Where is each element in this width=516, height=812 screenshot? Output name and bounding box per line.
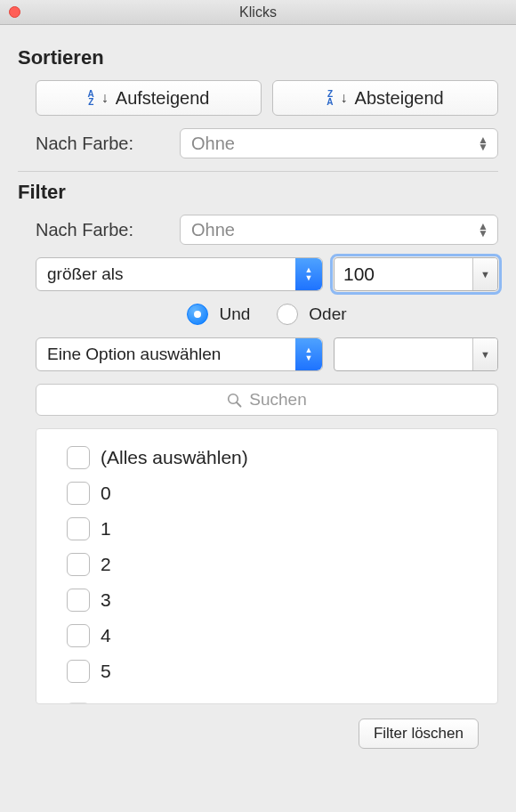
filter-heading: Filter: [18, 181, 498, 204]
chevron-down-icon[interactable]: ▼: [472, 258, 497, 290]
sort-za-icon: ZA: [327, 90, 333, 106]
filter-by-color-select[interactable]: Ohne ▲▼: [180, 215, 498, 245]
sort-by-color-value: Ohne: [191, 134, 235, 154]
item-label: 5: [101, 661, 111, 682]
arrow-down-icon: ↓: [341, 90, 348, 106]
list-item[interactable]: 3: [67, 582, 497, 618]
filter-by-color-label: Nach Farbe:: [36, 220, 169, 240]
checkbox[interactable]: [67, 624, 90, 647]
chevron-down-icon[interactable]: ▼: [472, 338, 497, 370]
logic-or-label: Oder: [309, 304, 346, 324]
list-item[interactable]: 5: [67, 654, 497, 689]
logic-and-label: Und: [219, 304, 250, 324]
search-input[interactable]: Suchen: [36, 384, 498, 416]
updown-icon: ▲▼: [295, 338, 322, 370]
checkbox[interactable]: [67, 660, 90, 683]
condition2-operator-select[interactable]: Eine Option auswählen ▲▼: [36, 337, 323, 371]
sort-desc-label: Absteigend: [355, 88, 444, 109]
checkbox[interactable]: [67, 517, 90, 540]
sort-by-color-select[interactable]: Ohne ▲▼: [180, 128, 498, 158]
updown-icon: ▲▼: [478, 136, 488, 150]
divider: [18, 171, 498, 172]
values-list[interactable]: (Alles auswählen) 0 1 2 3 4 5 6: [36, 428, 498, 704]
checkbox[interactable]: [67, 482, 90, 505]
item-label: 2: [101, 554, 111, 575]
item-label: 1: [101, 518, 111, 540]
condition1-operator-value: größer als: [47, 264, 124, 284]
updown-icon: ▲▼: [478, 223, 488, 237]
list-item[interactable]: 1: [67, 511, 497, 547]
sort-heading: Sortieren: [18, 46, 498, 69]
item-label: 4: [101, 625, 111, 646]
arrow-down-icon: ↓: [101, 90, 109, 106]
logic-radio-group: Und Oder: [36, 304, 498, 325]
condition2-operator-value: Eine Option auswählen: [47, 345, 221, 364]
window-title: Klicks: [0, 4, 516, 20]
sort-asc-label: Aufsteigend: [116, 88, 210, 109]
list-item[interactable]: 2: [67, 547, 497, 582]
list-item-select-all[interactable]: (Alles auswählen): [67, 440, 497, 475]
window-controls: [9, 6, 20, 18]
checkbox[interactable]: [67, 446, 90, 469]
condition1-value: 100: [343, 264, 375, 285]
search-placeholder: Suchen: [249, 390, 306, 410]
clear-filter-button[interactable]: Filter löschen: [359, 719, 479, 749]
condition1-value-combo[interactable]: 100 ▼: [334, 257, 498, 291]
condition2-value-combo[interactable]: ▼: [334, 337, 498, 371]
close-icon[interactable]: [9, 6, 20, 18]
logic-or-radio[interactable]: [277, 304, 298, 325]
sort-ascending-button[interactable]: AZ ↓ Aufsteigend: [36, 80, 262, 116]
sort-descending-button[interactable]: ZA ↓ Absteigend: [272, 80, 498, 116]
condition1-operator-select[interactable]: größer als ▲▼: [36, 257, 323, 291]
item-label: 3: [101, 589, 111, 611]
titlebar: Klicks: [0, 0, 516, 25]
sort-az-icon: AZ: [88, 90, 94, 106]
list-item[interactable]: 0: [67, 475, 497, 511]
select-all-label: (Alles auswählen): [101, 447, 248, 468]
search-icon: [227, 393, 242, 408]
filter-by-color-value: Ohne: [191, 220, 235, 240]
logic-and-radio[interactable]: [187, 304, 208, 325]
item-label: 0: [101, 483, 111, 504]
sort-by-color-label: Nach Farbe:: [36, 134, 169, 154]
svg-line-1: [237, 402, 241, 407]
list-item[interactable]: 4: [67, 618, 497, 654]
checkbox[interactable]: [67, 553, 90, 576]
list-item[interactable]: 6: [67, 696, 497, 704]
updown-icon: ▲▼: [295, 258, 322, 290]
clear-filter-label: Filter löschen: [374, 725, 464, 743]
checkbox[interactable]: [67, 589, 90, 612]
